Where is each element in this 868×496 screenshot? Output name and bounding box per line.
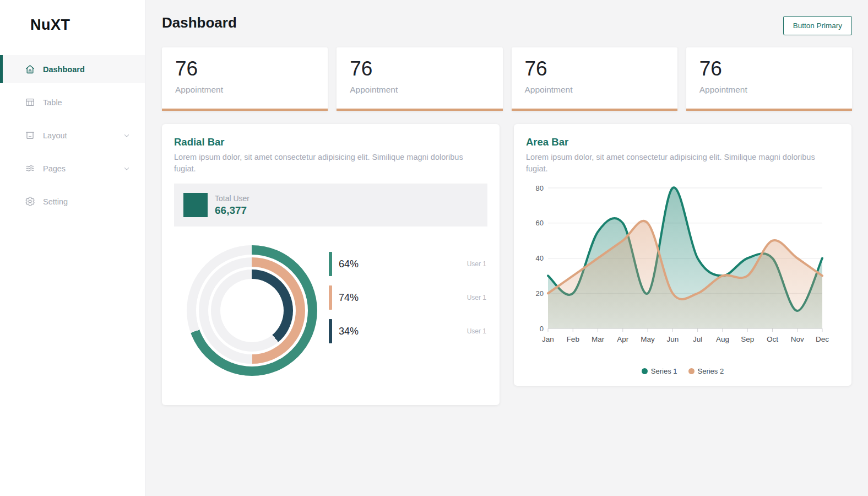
legend-series-label: Series 2 <box>698 367 724 375</box>
stat-card: 76Appointment <box>512 47 677 111</box>
sidebar-nav: DashboardTableLayoutPagesSetting <box>0 55 145 215</box>
svg-text:Dec: Dec <box>816 335 829 343</box>
total-user-swatch <box>183 193 208 217</box>
legend-color-bar <box>329 285 332 310</box>
svg-text:20: 20 <box>536 289 544 298</box>
svg-text:Aug: Aug <box>716 335 729 343</box>
legend-user-label: User 1 <box>467 327 486 335</box>
svg-text:60: 60 <box>536 219 544 227</box>
stat-card: 76Appointment <box>337 47 502 111</box>
stat-card: 76Appointment <box>686 47 852 111</box>
svg-text:Jul: Jul <box>693 335 702 343</box>
stat-label: Appointment <box>525 85 664 95</box>
sidebar-item-pages[interactable]: Pages <box>0 154 145 182</box>
svg-text:May: May <box>641 335 655 343</box>
area-bar-card: Area Bar Lorem ipsum dolor, sit amet con… <box>514 124 851 386</box>
total-user-label: Total User <box>215 194 249 203</box>
stat-card: 76Appointment <box>162 47 328 111</box>
radial-chart-area: 64%User 174%User 134%User 1 <box>174 227 487 392</box>
stat-label: Appointment <box>175 85 314 95</box>
total-user-panel: Total User 66,377 <box>174 184 487 227</box>
stat-label: Appointment <box>350 85 489 95</box>
page-title: Dashboard <box>162 13 237 31</box>
sidebar-item-dashboard[interactable]: Dashboard <box>0 55 145 83</box>
sidebar-item-layout[interactable]: Layout <box>0 121 145 149</box>
chevron-down-icon <box>123 132 131 139</box>
radial-card-description: Lorem ipsum dolor, sit amet consectetur … <box>174 152 474 175</box>
area-card-description: Lorem ipsum dolor, sit amet consectetur … <box>526 152 826 175</box>
sidebar-item-label: Pages <box>43 164 66 173</box>
legend-percent: 74% <box>339 292 359 304</box>
stat-value: 76 <box>699 57 839 81</box>
sidebar-item-table[interactable]: Table <box>0 88 145 116</box>
svg-text:Feb: Feb <box>567 335 579 343</box>
area-chart-svg: 020406080JanFebMarAprMayJunJulAugSepOctN… <box>526 181 839 366</box>
chevron-down-icon <box>123 165 131 172</box>
table-icon <box>25 97 35 107</box>
primary-button[interactable]: Button Primary <box>783 16 852 35</box>
sidebar-item-setting[interactable]: Setting <box>0 187 145 215</box>
legend-user-label: User 1 <box>467 294 486 301</box>
legend-color-bar <box>329 252 332 276</box>
main-content: Dashboard Button Primary 76Appointment76… <box>145 0 868 496</box>
sidebar-item-label: Dashboard <box>43 65 85 74</box>
stat-value: 76 <box>175 57 314 81</box>
stat-value: 76 <box>525 57 664 81</box>
legend-dot-icon <box>688 368 695 374</box>
legend-dot-icon <box>642 368 648 374</box>
svg-text:40: 40 <box>536 254 544 262</box>
radial-bar-card: Radial Bar Lorem ipsum dolor, sit amet c… <box>162 124 500 405</box>
legend-user-label: User 1 <box>467 260 486 268</box>
pages-icon <box>25 163 35 174</box>
svg-text:0: 0 <box>540 325 544 333</box>
sidebar: NuXT DashboardTableLayoutPagesSetting <box>0 0 145 496</box>
total-user-text: Total User 66,377 <box>215 194 249 217</box>
svg-text:Apr: Apr <box>617 335 629 343</box>
svg-text:Sep: Sep <box>741 335 754 343</box>
sidebar-item-label: Setting <box>43 197 68 206</box>
radial-card-title: Radial Bar <box>174 136 487 148</box>
total-user-value: 66,377 <box>215 204 249 217</box>
radial-bar-chart <box>187 245 317 376</box>
layout-icon <box>25 130 35 141</box>
app-logo: NuXT <box>0 0 145 55</box>
radial-legend-row: 64%User 1 <box>329 252 486 276</box>
legend-item[interactable]: Series 1 <box>642 367 677 375</box>
svg-text:Jan: Jan <box>542 335 554 343</box>
radial-legend-row: 34%User 1 <box>329 319 486 343</box>
svg-text:80: 80 <box>536 184 544 192</box>
radial-legend: 64%User 174%User 134%User 1 <box>329 252 486 353</box>
sidebar-item-label: Layout <box>43 131 67 140</box>
legend-color-bar <box>329 319 332 343</box>
area-chart: 020406080JanFebMarAprMayJunJulAugSepOctN… <box>526 181 839 366</box>
stat-value: 76 <box>350 57 489 81</box>
cards-row: Radial Bar Lorem ipsum dolor, sit amet c… <box>162 124 852 405</box>
legend-item[interactable]: Series 2 <box>688 367 724 375</box>
legend-percent: 34% <box>339 326 359 337</box>
radial-ring-gap <box>220 279 284 342</box>
sidebar-item-label: Table <box>43 98 62 107</box>
svg-text:Mar: Mar <box>592 335 605 343</box>
legend-series-label: Series 1 <box>651 367 677 375</box>
home-icon <box>25 64 35 74</box>
setting-icon <box>25 196 35 207</box>
topbar: Dashboard Button Primary <box>162 13 852 47</box>
svg-text:Nov: Nov <box>791 335 804 343</box>
legend-percent: 64% <box>339 258 359 270</box>
radial-legend-row: 74%User 1 <box>329 285 486 310</box>
stats-row: 76Appointment76Appointment76Appointment7… <box>162 47 852 111</box>
svg-text:Oct: Oct <box>767 335 778 343</box>
area-card-title: Area Bar <box>526 136 839 148</box>
svg-text:Jun: Jun <box>666 335 679 343</box>
area-chart-legend: Series 1Series 2 <box>526 367 839 375</box>
stat-label: Appointment <box>699 85 839 95</box>
